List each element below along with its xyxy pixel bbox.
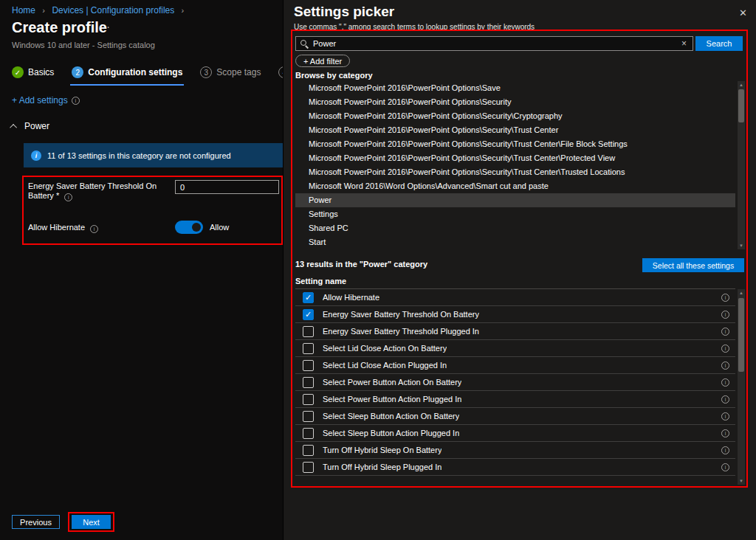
info-icon[interactable] — [721, 328, 729, 336]
category-item[interactable]: Microsoft PowerPoint 2016\PowerPoint Opt… — [295, 151, 735, 165]
category-item[interactable]: Microsoft PowerPoint 2016\PowerPoint Opt… — [295, 81, 735, 95]
setting-row: Energy Saver Battery Threshold On Batter… — [295, 306, 735, 323]
category-item[interactable]: Microsoft PowerPoint 2016\PowerPoint Opt… — [295, 109, 735, 123]
field-label-text: Allow Hibernate — [28, 223, 85, 232]
breadcrumb: Home › Devices | Configuration profiles … — [12, 5, 188, 15]
scroll-down-icon[interactable] — [738, 242, 745, 249]
add-settings-label: + Add settings — [12, 95, 68, 105]
scroll-up-icon[interactable] — [738, 81, 745, 89]
category-item[interactable]: Shared PC — [295, 221, 735, 235]
setting-checkbox[interactable] — [303, 445, 314, 456]
previous-button[interactable]: Previous — [12, 515, 60, 529]
setting-row: Select Power Button Action On Battery — [295, 374, 735, 391]
page-subtitle: Windows 10 and later - Settings catalog — [12, 41, 155, 49]
step-configuration-settings[interactable]: 2 Configuration settings — [72, 66, 182, 86]
setting-label: Energy Saver Battery Threshold Plugged I… — [323, 327, 479, 336]
step-number-icon: 3 — [200, 66, 212, 78]
more-menu-icon[interactable]: ··· — [98, 21, 111, 32]
category-scrollbar[interactable] — [738, 81, 745, 249]
setting-name-column-header: Setting name — [295, 277, 346, 285]
setting-label: Select Lid Close Action On Battery — [323, 344, 447, 353]
setting-row: Allow Hibernate — [295, 289, 735, 306]
info-icon[interactable] — [721, 378, 729, 387]
setting-row: Select Sleep Button Action Plugged In — [295, 425, 735, 442]
category-item[interactable]: Settings — [295, 207, 735, 221]
category-item[interactable]: Microsoft PowerPoint 2016\PowerPoint Opt… — [295, 165, 735, 179]
setting-label: Select Sleep Button Action On Battery — [323, 412, 459, 420]
close-icon[interactable]: ✕ — [739, 7, 747, 18]
setting-label: Select Power Button Action Plugged In — [323, 395, 461, 404]
scrollbar-thumb[interactable] — [738, 298, 744, 372]
search-button[interactable]: Search — [695, 36, 743, 51]
allow-hibernate-toggle[interactable] — [175, 221, 203, 234]
page-title: Create profile — [12, 19, 107, 36]
picker-title: Settings picker — [294, 4, 394, 20]
setting-checkbox[interactable] — [303, 394, 314, 405]
search-input[interactable]: Power × — [295, 36, 693, 51]
threshold-field-label: Energy Saver Battery Threshold On Batter… — [28, 181, 172, 201]
category-item[interactable]: Start — [295, 235, 735, 249]
step-scope-tags[interactable]: 3 Scope tags — [200, 66, 261, 86]
clear-search-icon[interactable]: × — [680, 38, 688, 49]
setting-checkbox[interactable] — [303, 462, 314, 473]
setting-checkbox[interactable] — [303, 377, 314, 388]
step-label: Basics — [28, 67, 54, 77]
info-icon[interactable] — [721, 429, 729, 437]
settings-scrollbar[interactable] — [738, 289, 745, 485]
setting-checkbox[interactable] — [303, 309, 314, 320]
select-all-button[interactable]: Select all these settings — [642, 258, 744, 272]
info-icon[interactable] — [721, 395, 729, 404]
add-settings-link[interactable]: + Add settings — [12, 95, 80, 105]
breadcrumb-separator: › — [42, 6, 45, 15]
info-icon[interactable] — [721, 463, 729, 471]
category-item[interactable]: Microsoft PowerPoint 2016\PowerPoint Opt… — [295, 123, 735, 137]
power-section-header[interactable]: Power — [12, 121, 49, 131]
setting-row: Turn Off Hybrid Sleep On Battery — [295, 442, 735, 459]
setting-label: Allow Hibernate — [323, 293, 379, 302]
setting-checkbox[interactable] — [303, 411, 314, 422]
setting-checkbox[interactable] — [303, 343, 314, 354]
setting-row: Energy Saver Battery Threshold Plugged I… — [295, 323, 735, 340]
picker-subtitle: Use commas "," among search terms to loo… — [294, 23, 535, 31]
info-icon[interactable] — [90, 225, 98, 233]
banner-text: 11 of 13 settings in this category are n… — [47, 151, 231, 160]
breadcrumb-configuration-profiles[interactable]: Devices | Configuration profiles — [52, 5, 174, 15]
category-item[interactable]: Microsoft PowerPoint 2016\PowerPoint Opt… — [295, 95, 735, 109]
category-item[interactable]: Microsoft Word 2016\Word Options\Advance… — [295, 179, 735, 193]
breadcrumb-separator: › — [182, 6, 185, 15]
breadcrumb-home[interactable]: Home — [12, 5, 35, 15]
setting-label: Select Power Button Action On Battery — [323, 378, 461, 387]
scrollbar-thumb[interactable] — [738, 89, 744, 122]
add-filter-button[interactable]: + Add filter — [295, 55, 350, 67]
step-done-check-icon: ✓ — [12, 66, 24, 78]
next-button[interactable]: Next — [72, 515, 111, 529]
setting-checkbox[interactable] — [303, 428, 314, 439]
setting-row: Select Lid Close Action On Battery — [295, 340, 735, 357]
browse-by-category-heading: Browse by category — [295, 71, 373, 80]
scroll-up-icon[interactable] — [738, 289, 745, 297]
info-icon[interactable] — [72, 97, 80, 105]
info-icon[interactable] — [721, 412, 729, 420]
wizard-steps: ✓ Basics 2 Configuration settings 3 Scop… — [12, 66, 283, 86]
setting-checkbox[interactable] — [303, 326, 314, 337]
info-icon[interactable] — [721, 294, 729, 302]
info-icon[interactable] — [721, 446, 729, 454]
search-value[interactable]: Power — [313, 39, 676, 48]
info-icon[interactable] — [721, 311, 729, 319]
step-label: Scope tags — [216, 67, 261, 77]
scroll-down-icon[interactable] — [738, 477, 745, 485]
setting-row: Select Sleep Button Action On Battery — [295, 408, 735, 425]
toggle-state-label: Allow — [210, 223, 229, 232]
step-basics[interactable]: ✓ Basics — [12, 66, 54, 86]
info-icon[interactable] — [721, 345, 729, 353]
results-heading: 13 results in the "Power" category — [295, 260, 427, 269]
chevron-up-icon — [10, 123, 17, 131]
setting-checkbox[interactable] — [303, 292, 314, 303]
info-icon[interactable] — [64, 193, 72, 201]
category-item-selected[interactable]: Power — [295, 193, 735, 207]
not-configured-banner: 11 of 13 settings in this category are n… — [24, 143, 283, 167]
threshold-input[interactable] — [175, 180, 279, 194]
info-icon[interactable] — [721, 361, 729, 370]
category-item[interactable]: Microsoft PowerPoint 2016\PowerPoint Opt… — [295, 137, 735, 151]
setting-checkbox[interactable] — [303, 360, 314, 371]
